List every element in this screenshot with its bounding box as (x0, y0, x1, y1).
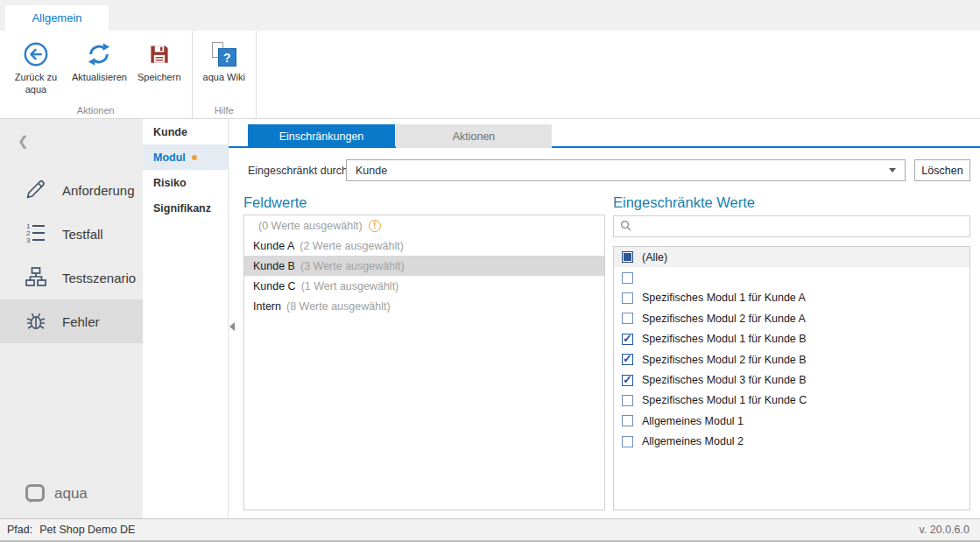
tab-strip: Einschränkungen Aktionen (229, 124, 980, 148)
ribbon-group-aktionen: Zurück zu aqua Aktualisieren (0, 31, 193, 118)
field-tab-modul[interactable]: Modul (143, 144, 228, 170)
restricted-by-dropdown[interactable]: Kunde (346, 159, 906, 181)
ribbon-group-label: Hilfe (193, 105, 256, 116)
splitter-collapse-icon[interactable] (229, 322, 235, 331)
checkbox[interactable] (622, 251, 633, 263)
warning-icon (369, 220, 381, 232)
restricted-value-row[interactable]: Spezifisches Modul 2 für Kunde A (614, 308, 969, 328)
checkbox[interactable] (622, 415, 633, 426)
delete-button[interactable]: Löschen (914, 159, 970, 181)
numbered-list-icon: 1 2 3 (25, 222, 47, 247)
ribbon-tab-allgemein[interactable]: Allgemein (5, 5, 109, 31)
field-tabs: Kunde Modul Risiko Signifikanz (143, 119, 229, 518)
restricted-value-row[interactable]: Spezifisches Modul 2 für Kunde B (614, 349, 969, 370)
chevron-down-icon (889, 168, 896, 172)
restricted-by-label: Eingeschränkt durch: (248, 165, 350, 177)
restricted-value-row[interactable]: Spezifisches Modul 1 für Kunde A (614, 288, 969, 308)
restricted-value-row[interactable]: Spezifisches Modul 1 für Kunde B (614, 329, 969, 349)
path-value: Pet Shop Demo DE (39, 524, 135, 536)
bug-icon (25, 309, 47, 334)
status-bar: Pfad: Pet Shop Demo DE v. 20.0.6.0 (0, 518, 980, 542)
sidebar-item-testszenario[interactable]: Testszenario (0, 256, 143, 299)
filter-row: Eingeschränkt durch: Kunde Löschen (248, 159, 970, 181)
aqua-logo: aqua (25, 483, 88, 504)
save-button[interactable]: Speichern (132, 36, 187, 86)
search-input[interactable] (637, 216, 969, 236)
restricted-value-row[interactable]: (Alle) (614, 247, 969, 267)
field-value-row[interactable]: (0 Werte ausgewählt) (244, 215, 604, 236)
tab-aktionen[interactable]: Aktionen (396, 124, 552, 148)
sidebar-item-anforderung[interactable]: Anforderung (0, 168, 143, 212)
field-tab-signifikanz[interactable]: Signifikanz (143, 195, 228, 221)
restricted-value-row[interactable]: Spezifisches Modul 1 für Kunde C (614, 391, 969, 411)
search-icon (620, 219, 631, 235)
back-to-aqua-button[interactable]: Zurück zu aqua (5, 36, 67, 98)
ribbon-tab-strip: Allgemein (0, 0, 980, 31)
checkbox[interactable] (622, 272, 633, 284)
refresh-icon (86, 39, 112, 69)
field-value-row[interactable]: Kunde C (1 Wert ausgewählt) (244, 276, 604, 296)
pencil-icon (25, 178, 47, 203)
field-value-row[interactable]: Kunde A (2 Werte ausgewählt) (244, 236, 604, 256)
search-box (613, 215, 970, 237)
sidebar: ❮ Anforderung 1 2 3 Testfall (0, 119, 143, 518)
tab-einschraenkungen[interactable]: Einschränkungen (248, 124, 395, 148)
field-values-title: Feldwerte (243, 194, 307, 211)
back-arrow-icon (23, 39, 49, 69)
help-icon: ? (212, 39, 236, 69)
restricted-value-row[interactable]: Spezifisches Modul 3 für Kunde B (614, 370, 969, 390)
restricted-value-row[interactable] (614, 267, 969, 287)
hierarchy-icon (25, 265, 47, 291)
save-floppy-icon (147, 39, 172, 69)
checkbox[interactable] (622, 375, 633, 386)
checkbox[interactable] (622, 436, 633, 447)
checkbox[interactable] (622, 334, 633, 345)
field-value-row[interactable]: Kunde B (3 Werte ausgewählt) (244, 256, 604, 276)
field-tab-risiko[interactable]: Risiko (143, 170, 228, 195)
version-label: v. 20.0.6.0 (920, 524, 969, 536)
checkbox[interactable] (622, 395, 633, 406)
restricted-value-row[interactable]: Allgemeines Modul 1 (614, 411, 969, 431)
restricted-value-row[interactable]: Allgemeines Modul 2 (614, 432, 969, 452)
ribbon-group-hilfe: ? aqua Wiki Hilfe (193, 31, 257, 118)
refresh-button[interactable]: Aktualisieren (67, 36, 132, 86)
ribbon-group-label: Aktionen (0, 105, 192, 116)
checkbox[interactable] (622, 292, 633, 304)
restricted-values-list: (Alle) Spezifisches Modul 1 für Kunde A … (613, 246, 970, 510)
field-tab-kunde[interactable]: Kunde (143, 119, 228, 144)
field-values-list: (0 Werte ausgewählt) Kunde A (2 Werte au… (243, 215, 605, 510)
svg-text:3: 3 (26, 236, 31, 244)
sidebar-item-fehler[interactable]: Fehler (0, 299, 143, 343)
restricted-values-title: Eingeschränkte Werte (613, 194, 755, 211)
aqua-wiki-button[interactable]: ? aqua Wiki (198, 36, 250, 86)
main-content: Einschränkungen Aktionen Eingeschränkt d… (229, 119, 980, 518)
modified-dot-icon (192, 155, 197, 160)
sidebar-item-testfall[interactable]: 1 2 3 Testfall (0, 212, 143, 256)
checkbox[interactable] (622, 313, 633, 324)
field-value-row[interactable]: Intern (8 Werte ausgewählt) (244, 296, 604, 316)
collapse-chevron-icon[interactable]: ❮ (18, 133, 29, 149)
path-label: Pfad: (7, 524, 32, 536)
ribbon: Zurück zu aqua Aktualisieren (0, 31, 980, 119)
checkbox[interactable] (622, 354, 633, 365)
